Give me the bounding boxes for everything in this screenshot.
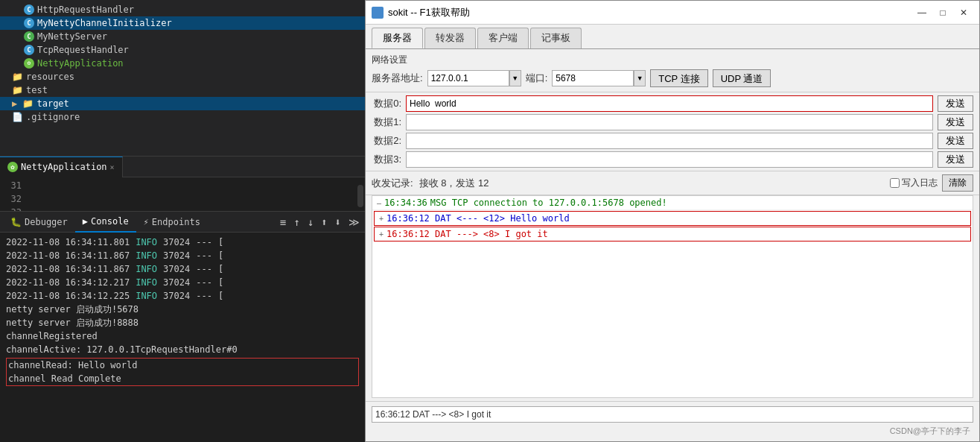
console-tool-3[interactable]: ↓ bbox=[305, 216, 316, 228]
tree-item-target[interactable]: ▶ 📁 target bbox=[0, 97, 365, 110]
code-area bbox=[26, 177, 365, 211]
tree-item-tcprequesthandler[interactable]: C TcpRequestHandler bbox=[0, 43, 365, 57]
records-stats: 接收 8，发送 12 bbox=[419, 177, 489, 190]
log-highlighted-2: channel Read Complete bbox=[8, 372, 357, 385]
console-tool-4[interactable]: ⬆ bbox=[319, 216, 329, 228]
data-input-3[interactable] bbox=[406, 151, 933, 168]
close-button[interactable]: ✕ bbox=[954, 5, 973, 20]
class-icon: C bbox=[24, 4, 34, 15]
tree-item-httprequesthandler[interactable]: C HttpRequestHandler bbox=[0, 3, 365, 16]
app-icon bbox=[372, 7, 384, 19]
folder-icon: ▶ 📁 bbox=[12, 98, 34, 109]
highlighted-log-box: channelRead: Hello world channel Read Co… bbox=[6, 358, 359, 386]
send-button-0[interactable]: 发送 bbox=[938, 95, 973, 112]
server-ip-dropdown[interactable]: ▼ bbox=[509, 70, 521, 86]
log-line: 2022-11-08 16:34:12.225 INFO 37024 --- [ bbox=[6, 289, 359, 303]
udp-channel-button[interactable]: UDP 通道 bbox=[713, 69, 771, 87]
left-panel: C HttpRequestHandler C MyNettyChannelIni… bbox=[0, 0, 365, 442]
data-input-0[interactable] bbox=[406, 95, 933, 112]
log-dash: --- bbox=[196, 236, 212, 249]
log-time: 2022-11-08 16:34:11.801 bbox=[6, 236, 130, 249]
record-content-1: 16:36:12 DAT <--- <12> Hello world bbox=[386, 213, 570, 224]
port-input[interactable] bbox=[552, 70, 634, 86]
tree-item-resources[interactable]: 📁 resources bbox=[0, 70, 365, 83]
bottom-status: CSDN@亭子下的李子 bbox=[366, 401, 979, 441]
endpoints-icon: ⚡ bbox=[144, 217, 149, 227]
watermark: CSDN@亭子下的李子 bbox=[372, 426, 973, 437]
editor-tab-bar: ✿ NettyApplication × bbox=[0, 157, 365, 177]
tree-item-mynettyserver[interactable]: C MyNettyServer bbox=[0, 30, 365, 43]
tree-item-test[interactable]: 📁 test bbox=[0, 83, 365, 97]
maximize-button[interactable]: □ bbox=[933, 5, 952, 20]
tree-item-label: MyNettyChannelInitializer bbox=[37, 18, 172, 28]
record-content-2: 16:36:12 DAT ---> <8> I got it bbox=[386, 229, 548, 239]
console-toolbar: ≡ ↑ ↓ ⬆ ⬇ ≫ bbox=[278, 216, 362, 228]
write-log-checkbox[interactable] bbox=[890, 178, 900, 188]
app-tab-client[interactable]: 客户端 bbox=[477, 28, 529, 48]
data-input-1[interactable] bbox=[406, 114, 933, 130]
console-tool-5[interactable]: ⬇ bbox=[333, 216, 343, 228]
records-list: – 16:34:36 MSG TCP connection to 127.0.0… bbox=[372, 195, 973, 398]
expand-icon: + bbox=[379, 215, 384, 223]
data-rows: 数据0: 发送 数据1: 发送 数据2: 发送 数据3: 发送 bbox=[366, 92, 979, 171]
write-log-text: 写入日志 bbox=[902, 177, 938, 189]
minimize-button[interactable]: — bbox=[912, 5, 932, 20]
tab-label: NettyApplication bbox=[21, 162, 107, 172]
right-panel: sokit -- F1获取帮助 — □ ✕ 服务器 转发器 客户端 记事板 网络… bbox=[365, 0, 980, 442]
tab-console-label: Console bbox=[91, 216, 129, 227]
send-button-2[interactable]: 发送 bbox=[938, 133, 973, 149]
clear-button[interactable]: 清除 bbox=[942, 174, 973, 192]
data-row-1: 数据1: 发送 bbox=[372, 114, 973, 130]
port-dropdown[interactable]: ▼ bbox=[634, 70, 646, 86]
log-line: 2022-11-08 16:34:11.867 INFO 37024 --- [ bbox=[6, 249, 359, 262]
tree-item-nettyapp[interactable]: ✿ NettyApplication bbox=[0, 57, 365, 70]
data-row-3: 数据3: 发送 bbox=[372, 151, 973, 168]
console-tool-1[interactable]: ≡ bbox=[278, 216, 288, 228]
record-type: MSG TCP connection to 127.0.0.1:5678 ope… bbox=[430, 198, 667, 208]
record-item-1[interactable]: + 16:36:12 DAT <--- <12> Hello world bbox=[374, 211, 971, 226]
log-level: INFO bbox=[136, 236, 157, 249]
tab-icon: ✿ bbox=[7, 162, 18, 172]
status-input-row bbox=[372, 406, 973, 423]
tab-close-btn[interactable]: × bbox=[110, 163, 115, 171]
status-input[interactable] bbox=[372, 406, 973, 423]
record-item-2[interactable]: + 16:36:12 DAT ---> <8> I got it bbox=[374, 227, 971, 241]
window-title-text: sokit -- F1获取帮助 bbox=[388, 6, 470, 19]
expand-icon: – bbox=[377, 199, 381, 207]
send-button-3[interactable]: 发送 bbox=[938, 151, 973, 168]
console-icon: ▶ bbox=[83, 216, 88, 227]
app-tab-notes[interactable]: 记事板 bbox=[530, 28, 582, 48]
port-combo: ▼ bbox=[552, 70, 646, 86]
tree-item-mychannelInit[interactable]: C MyNettyChannelInitializer bbox=[0, 16, 365, 30]
tree-item-label: MyNettyServer bbox=[37, 31, 107, 42]
tab-endpoints[interactable]: ⚡ Endpoints bbox=[136, 212, 208, 233]
tree-item-gitignore[interactable]: 📄 .gitignore bbox=[0, 110, 365, 124]
server-ip-input[interactable] bbox=[427, 70, 509, 86]
console-tool-2[interactable]: ↑ bbox=[291, 216, 302, 228]
file-tree: C HttpRequestHandler C MyNettyChannelIni… bbox=[0, 0, 365, 157]
log-plain: channelActive: 127.0.0.1TcpRequestHandle… bbox=[6, 343, 359, 356]
app-tab-server[interactable]: 服务器 bbox=[372, 28, 423, 48]
network-settings-label: 网络设置 bbox=[372, 54, 973, 66]
console-tool-6[interactable]: ≫ bbox=[346, 216, 362, 228]
app-tab-forwarder[interactable]: 转发器 bbox=[424, 28, 476, 48]
records-header: 收发记录: 接收 8，发送 12 写入日志 清除 bbox=[366, 171, 979, 195]
log-highlighted-1: channelRead: Hello world bbox=[8, 359, 357, 372]
tab-debugger[interactable]: 🐛 Debugger bbox=[3, 212, 75, 233]
record-item-0[interactable]: – 16:34:36 MSG TCP connection to 127.0.0… bbox=[372, 196, 973, 210]
class-icon: C bbox=[24, 45, 34, 55]
tab-endpoints-label: Endpoints bbox=[152, 217, 200, 227]
spring-icon: ✿ bbox=[24, 58, 34, 69]
write-log-label[interactable]: 写入日志 bbox=[890, 177, 938, 189]
app-tabs: 服务器 转发器 客户端 记事板 bbox=[366, 25, 979, 49]
data-input-2[interactable] bbox=[406, 133, 933, 149]
tab-debugger-label: Debugger bbox=[25, 217, 68, 227]
send-button-1[interactable]: 发送 bbox=[938, 114, 973, 130]
class-icon: C bbox=[24, 18, 34, 28]
server-ip-combo: ▼ bbox=[427, 70, 521, 86]
debugger-icon: 🐛 bbox=[10, 217, 22, 227]
tcp-connect-button[interactable]: TCP 连接 bbox=[650, 69, 707, 87]
log-msg: [ bbox=[218, 236, 223, 249]
tab-nettyapp[interactable]: ✿ NettyApplication × bbox=[0, 157, 123, 177]
tab-console[interactable]: ▶ Console bbox=[75, 212, 136, 233]
